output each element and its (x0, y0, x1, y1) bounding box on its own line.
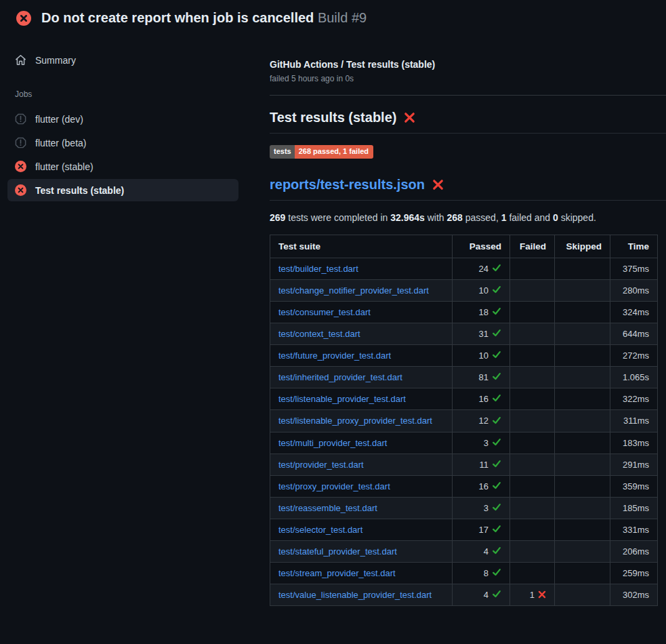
section-title-text: Test results (stable) (270, 110, 396, 125)
failed-status-icon (16, 11, 31, 26)
suite-link[interactable]: test/stateful_provider_test.dart (278, 546, 397, 557)
suite-link[interactable]: test/consumer_test.dart (278, 307, 371, 317)
suite-link[interactable]: test/multi_provider_test.dart (278, 438, 387, 448)
time-cell: 1.065s (610, 367, 658, 388)
suite-link[interactable]: test/inherited_provider_test.dart (278, 372, 402, 382)
suite-link[interactable]: test/selector_test.dart (278, 525, 362, 535)
section-title: Test results (stable) (270, 110, 666, 134)
passed-cell-count: 16 (479, 481, 488, 491)
suite-link[interactable]: test/future_provider_test.dart (278, 350, 391, 361)
column-header-passed: Passed (453, 235, 510, 258)
cancelled-octagon-icon (15, 137, 26, 148)
run-meta: failed 5 hours ago in 0s (270, 74, 666, 83)
sidebar-item-job-2[interactable]: flutter (stable) (7, 155, 238, 178)
suite-cell: test/builder_test.dart (270, 258, 453, 280)
check-icon (492, 393, 501, 405)
passed-cell-count: 16 (479, 394, 488, 404)
tests-badge-value: 268 passed, 1 failed (295, 145, 373, 159)
suite-cell: test/reassemble_test.dart (270, 497, 453, 519)
skipped-cell (555, 323, 610, 345)
table-row: test/proxy_provider_test.dart16 359ms (270, 475, 658, 497)
summary-part: 32.964s (390, 212, 425, 223)
passed-cell: 11 (453, 454, 510, 475)
skipped-cell (555, 345, 610, 367)
summary-part: 0 (553, 212, 558, 223)
suite-cell: test/context_test.dart (270, 323, 453, 345)
passed-cell: 3 (453, 432, 510, 454)
suite-cell: test/consumer_test.dart (270, 302, 453, 323)
suite-link[interactable]: test/listenable_provider_test.dart (278, 394, 406, 404)
suite-link[interactable]: test/change_notifier_provider_test.dart (278, 285, 429, 296)
time-cell: 185ms (610, 497, 658, 519)
test-results-table: Test suitePassedFailedSkippedTime test/b… (270, 235, 658, 606)
suite-cell: test/inherited_provider_test.dart (270, 367, 453, 388)
skipped-cell (555, 367, 610, 388)
table-row: test/consumer_test.dart18 324ms (270, 302, 658, 323)
time-cell: 302ms (610, 584, 658, 605)
suite-link[interactable]: test/provider_test.dart (278, 460, 364, 470)
suite-link[interactable]: test/context_test.dart (278, 329, 360, 339)
suite-cell: test/listenable_proxy_provider_test.dart (270, 410, 453, 432)
sidebar-item-job-1[interactable]: flutter (beta) (7, 132, 238, 154)
passed-cell: 10 (453, 280, 510, 302)
cancelled-octagon-icon (15, 113, 26, 125)
suite-link[interactable]: test/reassemble_test.dart (278, 503, 377, 513)
skipped-cell (555, 432, 610, 454)
passed-cell-count: 31 (479, 329, 488, 339)
check-icon (492, 285, 501, 296)
passed-cell: 3 (453, 497, 510, 519)
suite-link[interactable]: test/value_listenable_provider_test.dart (278, 590, 432, 600)
build-number: Build #9 (318, 10, 367, 25)
check-icon (492, 459, 501, 470)
build-title-text: Do not create report when job is cancell… (41, 10, 314, 25)
check-icon (492, 589, 501, 601)
passed-cell-count: 3 (484, 438, 488, 448)
skipped-cell (555, 410, 610, 432)
passed-cell-count: 3 (484, 503, 488, 513)
table-row: test/selector_test.dart17 331ms (270, 519, 658, 540)
summary-part: failed and (507, 212, 554, 223)
divider (270, 95, 666, 96)
sidebar-item-label: flutter (stable) (35, 161, 93, 172)
column-header-skipped: Skipped (555, 235, 610, 258)
time-cell: 644ms (610, 323, 658, 345)
suite-cell: test/value_listenable_provider_test.dart (270, 584, 453, 605)
failed-cell (510, 432, 555, 454)
sidebar-item-job-3[interactable]: Test results (stable) (7, 179, 238, 201)
passed-cell: 31 (453, 323, 510, 345)
table-row: test/listenable_proxy_provider_test.dart… (270, 410, 658, 432)
failed-cell (510, 323, 555, 345)
table-row: test/future_provider_test.dart10 272ms (270, 345, 658, 367)
check-icon (492, 502, 501, 514)
suite-cell: test/stream_provider_test.dart (270, 562, 453, 584)
time-cell: 291ms (610, 454, 658, 475)
suite-link[interactable]: test/stream_provider_test.dart (278, 568, 396, 578)
suite-link[interactable]: test/proxy_provider_test.dart (278, 481, 390, 491)
passed-cell-count: 10 (479, 285, 488, 296)
report-title-link[interactable]: reports/test-results.json (270, 177, 666, 201)
passed-cell-count: 81 (479, 372, 488, 382)
failed-cell (510, 302, 555, 323)
suite-cell: test/multi_provider_test.dart (270, 432, 453, 454)
build-header: Do not create report when job is cancell… (0, 0, 666, 34)
skipped-cell (555, 519, 610, 540)
time-cell: 359ms (610, 475, 658, 497)
passed-cell: 24 (453, 258, 510, 280)
main-content: GitHub Actions / Test results (stable) f… (270, 34, 666, 606)
passed-cell: 4 (453, 584, 510, 605)
tests-badge: tests 268 passed, 1 failed (270, 145, 373, 159)
summary-part: passed, (463, 212, 501, 223)
column-header-time: Time (610, 235, 658, 258)
jobs-section-label: Jobs (7, 89, 270, 99)
summary-part: 268 (447, 212, 463, 223)
check-icon (492, 350, 501, 361)
suite-cell: test/provider_test.dart (270, 454, 453, 475)
suite-link[interactable]: test/listenable_proxy_provider_test.dart (278, 416, 432, 426)
check-icon (492, 437, 501, 449)
sidebar-item-summary[interactable]: Summary (7, 49, 238, 71)
time-cell: 259ms (610, 562, 658, 584)
check-icon (492, 306, 501, 318)
sidebar-item-job-0[interactable]: flutter (dev) (7, 108, 238, 130)
failed-cell (510, 562, 555, 584)
suite-link[interactable]: test/builder_test.dart (278, 264, 358, 274)
